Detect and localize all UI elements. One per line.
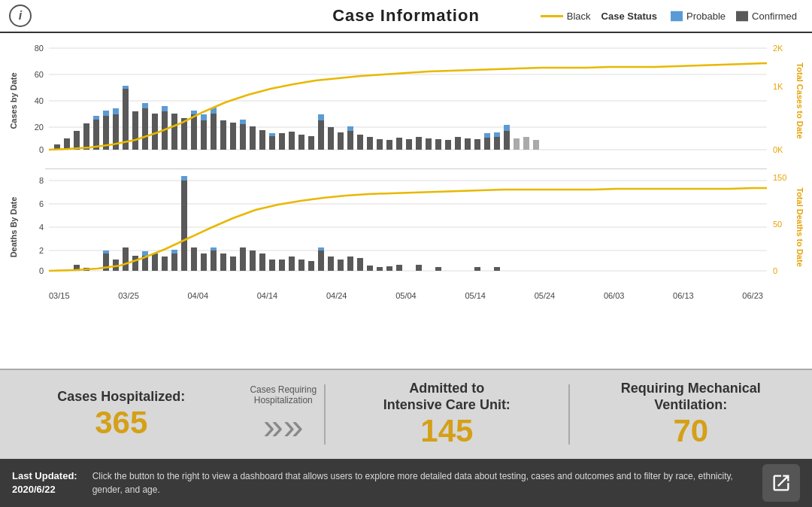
svg-rect-67 [406,139,412,150]
svg-text:Cases by Date: Cases by Date [9,72,18,129]
svg-rect-56 [318,120,324,150]
svg-rect-66 [396,138,402,150]
svg-rect-137 [396,265,402,271]
svg-text:50: 50 [773,220,782,229]
svg-rect-22 [93,120,99,150]
stats-panel: Cases Hospitalized: 365 Cases Requiring … [0,369,812,459]
svg-rect-38 [191,114,197,150]
cases-chart: 80 60 40 20 0 2K 1K 0K Cases by Date Tot… [8,33,804,168]
info-icon[interactable]: i [9,5,32,27]
svg-text:Total Cases to Date: Total Cases to Date [795,62,804,138]
svg-rect-41 [201,114,207,120]
external-link-icon [771,472,792,493]
x-label-0404: 04/04 [187,291,208,300]
x-label-0424: 04/24 [326,291,347,300]
svg-rect-49 [259,130,265,150]
icu-value: 145 [420,414,473,448]
svg-rect-60 [347,131,353,150]
svg-rect-30 [132,111,138,150]
x-label-0603: 06/03 [604,291,625,300]
x-label-0414: 04/14 [257,291,278,300]
svg-rect-25 [103,111,109,116]
svg-rect-140 [474,267,480,271]
svg-text:0: 0 [39,145,44,154]
legend-probable-label: Probable [686,11,726,22]
double-arrow-icon: »» [263,408,303,445]
svg-rect-32 [142,103,148,108]
svg-rect-126 [298,260,304,271]
footer-description: Click the button to the right to view a … [92,469,747,496]
svg-rect-73 [465,138,471,150]
icu-label: Admitted to Intensive Care Unit: [383,381,511,413]
svg-rect-70 [435,139,441,150]
svg-rect-55 [308,136,314,150]
footer: Last Updated: 2020/6/22 Click the button… [0,459,812,507]
arrow-label: Cases Requiring Hospitalization [250,384,317,405]
svg-rect-1 [671,11,683,21]
svg-rect-116 [211,250,217,271]
svg-rect-122 [259,254,265,271]
svg-text:Deaths By Date: Deaths By Date [9,197,18,258]
legend-line-icon [541,11,563,21]
svg-rect-132 [347,257,353,271]
svg-rect-2 [736,11,748,21]
x-label-0514: 05/14 [465,291,486,300]
svg-rect-71 [445,140,451,150]
svg-rect-50 [269,136,275,150]
svg-text:40: 40 [35,96,44,105]
probable-swatch [671,11,683,21]
svg-rect-59 [338,132,344,150]
svg-text:2K: 2K [773,44,783,53]
svg-rect-46 [240,124,246,150]
svg-rect-105 [132,256,138,271]
svg-rect-104 [123,247,129,271]
svg-rect-108 [152,254,158,271]
svg-rect-128 [318,250,324,271]
external-link-button[interactable] [762,464,800,502]
svg-rect-35 [162,106,168,111]
svg-rect-138 [416,265,422,271]
x-label-0325: 03/25 [118,291,139,300]
svg-rect-114 [191,247,197,271]
svg-text:6: 6 [39,199,44,208]
svg-rect-129 [318,247,324,250]
svg-text:0: 0 [39,266,44,275]
svg-rect-23 [93,116,99,120]
svg-rect-134 [367,266,373,271]
svg-rect-130 [328,257,334,271]
icu-section: Admitted to Intensive Care Unit: 145 [326,373,568,455]
svg-rect-107 [142,251,148,256]
svg-rect-39 [191,111,197,114]
arrow-section: Cases Requiring Hospitalization »» [242,384,324,445]
svg-text:8: 8 [39,176,44,185]
svg-rect-121 [250,250,256,271]
legend: Black Case Status Probable Confirmed [541,11,797,22]
main-container: i Case Information Black Case Status Pro… [0,0,812,507]
hospitalized-section: Cases Hospitalized: 365 [0,381,242,448]
svg-text:80: 80 [35,44,44,53]
svg-text:2: 2 [39,246,44,255]
x-label-0613: 06/13 [673,291,694,300]
svg-rect-33 [152,114,158,150]
svg-rect-77 [494,137,500,150]
svg-rect-82 [523,137,529,150]
deaths-chart: 8 6 4 2 0 150 50 0 Deaths By Date Total … [8,169,804,290]
svg-text:0K: 0K [773,145,783,154]
svg-rect-124 [279,260,285,271]
header: i Case Information Black Case Status Pro… [0,0,812,33]
svg-rect-20 [74,131,80,150]
svg-rect-78 [494,132,500,137]
svg-rect-131 [338,260,344,271]
vent-section: Requiring Mechanical Ventilation: 70 [570,373,812,455]
charts-area: 80 60 40 20 0 2K 1K 0K Cases by Date Tot… [0,33,812,369]
svg-rect-54 [298,135,304,150]
svg-rect-133 [357,258,363,271]
svg-rect-81 [514,138,520,150]
svg-rect-141 [494,267,500,271]
x-label-0524: 05/24 [535,291,556,300]
svg-rect-135 [377,267,383,271]
svg-rect-52 [279,133,285,150]
x-label-0315: 03/15 [49,291,70,300]
svg-rect-68 [416,137,422,150]
svg-text:1K: 1K [773,82,783,91]
